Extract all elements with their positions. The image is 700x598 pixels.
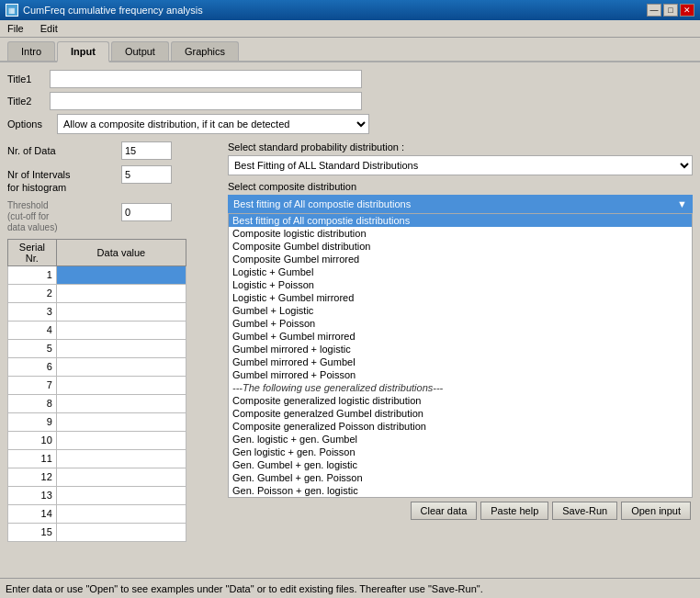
table-row: 11: [8, 449, 186, 468]
list-item[interactable]: Gumbel mirrored + Poisson: [229, 368, 692, 381]
list-item[interactable]: Logistic + Gumbel: [229, 265, 692, 278]
value-cell[interactable]: [56, 412, 186, 431]
nr-intervals-label: Nr of Intervalsfor histogram: [7, 165, 118, 195]
table-row: 13: [8, 486, 186, 504]
value-cell[interactable]: [56, 449, 186, 468]
value-cell[interactable]: [56, 523, 186, 541]
list-item[interactable]: Logistic + Gumbel mirrored: [229, 291, 692, 304]
list-item[interactable]: ---The following use generalized distrib…: [229, 381, 692, 394]
composite-select-header[interactable]: Best fitting of All compostie distributi…: [230, 197, 691, 211]
table-row: 2: [8, 284, 186, 302]
list-item[interactable]: Composite generalized logistic distribut…: [229, 394, 692, 407]
composite-label: Select composite distribution: [228, 181, 693, 192]
clear-data-button[interactable]: Clear data: [411, 502, 478, 520]
title1-input[interactable]: [50, 70, 362, 88]
save-run-button[interactable]: Save-Run: [552, 502, 617, 520]
list-item[interactable]: Gumbel mirrored + Gumbel: [229, 355, 692, 368]
serial-cell: 7: [8, 376, 57, 394]
list-item[interactable]: Gen logistic + gen. Poisson: [229, 446, 692, 458]
tab-output[interactable]: Output: [111, 41, 169, 61]
tabs-bar: Intro Input Output Graphics: [0, 38, 700, 62]
list-item[interactable]: Logistic + Poisson: [229, 278, 692, 291]
value-cell[interactable]: [56, 265, 186, 284]
status-text: Enter data or use "Open" to see examples…: [6, 583, 483, 594]
table-row: 6: [8, 357, 186, 376]
list-item[interactable]: Gumbel mirrored + logistic: [229, 343, 692, 355]
value-cell[interactable]: [56, 486, 186, 504]
nr-of-data-input[interactable]: [121, 141, 172, 160]
value-cell[interactable]: [56, 321, 186, 339]
list-item[interactable]: Gumbel + Gumbel mirrored: [229, 330, 692, 343]
composite-list[interactable]: Best fitting of All compostie distributi…: [228, 213, 693, 498]
paste-help-button[interactable]: Paste help: [480, 502, 548, 520]
value-cell[interactable]: [56, 339, 186, 357]
list-item[interactable]: Composite Gumbel mirrored: [229, 253, 692, 265]
close-button[interactable]: ✕: [680, 4, 694, 17]
value-cell[interactable]: [56, 431, 186, 449]
composite-select-box: Best fitting of All compostie distributi…: [228, 195, 693, 213]
list-item[interactable]: Composite logistic distribution: [229, 227, 692, 240]
tab-intro[interactable]: Intro: [7, 41, 55, 61]
main-content: Title1 Title2 Options Allow a composite …: [0, 62, 700, 567]
value-cell[interactable]: [56, 504, 186, 523]
options-label: Options: [7, 118, 53, 130]
serial-cell: 13: [8, 486, 57, 504]
serial-cell: 2: [8, 284, 57, 302]
table-row: 7: [8, 376, 186, 394]
list-item[interactable]: Composite generalized Poisson distributi…: [229, 420, 692, 433]
table-row: 10: [8, 431, 186, 449]
list-item[interactable]: Gen. Poisson + gen. logistic: [229, 484, 692, 497]
open-input-button[interactable]: Open input: [621, 502, 691, 520]
nr-intervals-input[interactable]: [121, 165, 172, 184]
window-title: CumFreq cumulative frequency analysis: [23, 5, 203, 16]
list-item[interactable]: Composite generalzed Gumbel distribution: [229, 407, 692, 420]
composite-dropdown-arrow: ▼: [677, 198, 687, 209]
threshold-input[interactable]: [121, 203, 172, 221]
menu-edit[interactable]: Edit: [37, 22, 62, 35]
options-select[interactable]: Allow a composite distribution, if it ca…: [57, 114, 369, 134]
window-controls: — □ ✕: [647, 4, 694, 17]
title-bar: ▦ CumFreq cumulative frequency analysis …: [0, 0, 700, 20]
col-serial-header: Serial Nr.: [8, 239, 57, 265]
value-cell[interactable]: [56, 376, 186, 394]
std-prob-select[interactable]: Best Fitting of ALL Standard Distributio…: [228, 155, 693, 175]
data-table: Serial Nr. Data value 123456789101112131…: [7, 239, 186, 542]
serial-cell: 14: [8, 504, 57, 523]
maximize-button[interactable]: □: [663, 4, 678, 17]
app-icon: ▦: [6, 4, 18, 17]
tab-input[interactable]: Input: [57, 41, 109, 62]
list-item[interactable]: Best fitting of All compostie distributi…: [229, 214, 692, 227]
title1-row: Title1: [7, 70, 693, 88]
tab-graphics[interactable]: Graphics: [171, 41, 239, 61]
value-cell[interactable]: [56, 284, 186, 302]
list-item[interactable]: Gen. logistic + gen. Gumbel: [229, 433, 692, 446]
options-row: Options Allow a composite distribution, …: [7, 114, 693, 134]
minimize-button[interactable]: —: [647, 4, 661, 17]
serial-cell: 5: [8, 339, 57, 357]
list-item[interactable]: Gen. Poisson + gen. Gumbel: [229, 497, 692, 498]
list-item[interactable]: Gumbel + Poisson: [229, 317, 692, 330]
title2-input[interactable]: [50, 92, 362, 110]
serial-cell: 3: [8, 302, 57, 321]
right-column: Select standard probability distribution…: [228, 141, 693, 542]
table-row: 15: [8, 523, 186, 541]
table-row: 5: [8, 339, 186, 357]
serial-cell: 15: [8, 523, 57, 541]
value-cell[interactable]: [56, 357, 186, 376]
list-item[interactable]: Gen. Gumbel + gen. logistic: [229, 458, 692, 471]
value-cell[interactable]: [56, 468, 186, 486]
serial-cell: 11: [8, 449, 57, 468]
menu-file[interactable]: File: [4, 22, 28, 35]
value-cell[interactable]: [56, 302, 186, 321]
list-item[interactable]: Gumbel + Logistic: [229, 304, 692, 317]
serial-cell: 4: [8, 321, 57, 339]
list-item[interactable]: Gen. Gumbel + gen. Poisson: [229, 471, 692, 484]
col-value-header: Data value: [56, 239, 186, 265]
title2-row: Title2: [7, 92, 693, 110]
list-item[interactable]: Composite Gumbel distribution: [229, 240, 692, 253]
serial-cell: 12: [8, 468, 57, 486]
serial-cell: 1: [8, 265, 57, 284]
value-cell[interactable]: [56, 394, 186, 412]
nr-of-data-row: Nr. of Data: [7, 141, 219, 160]
table-row: 12: [8, 468, 186, 486]
